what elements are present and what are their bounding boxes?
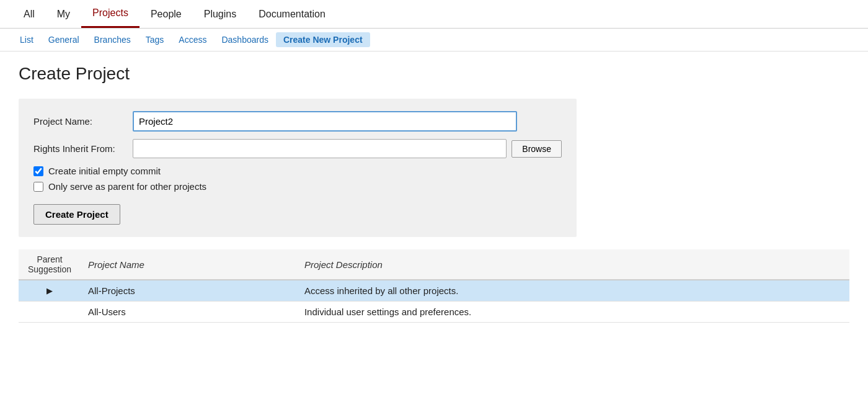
subnav-item-tags[interactable]: Tags: [138, 32, 172, 47]
checkbox-parent-only-label: Only serve as parent for other projects: [48, 181, 206, 192]
rights-inherit-row: Rights Inherit From: Browse: [33, 139, 562, 158]
project-name-cell: All-Projects: [81, 280, 297, 302]
parent-suggestion-cell: ▶: [19, 280, 81, 302]
subnav-item-general[interactable]: General: [41, 32, 87, 47]
table-row[interactable]: ▶All-ProjectsAccess inherited by all oth…: [19, 280, 849, 302]
checkbox-initial-commit-label: Create initial empty commit: [48, 166, 161, 176]
project-name-label: Project Name:: [33, 116, 133, 127]
nav-item-projects[interactable]: Projects: [81, 0, 140, 28]
rights-inherit-input[interactable]: [133, 139, 507, 158]
sub-nav: List General Branches Tags Access Dashbo…: [0, 29, 868, 52]
subnav-item-list[interactable]: List: [12, 32, 41, 47]
subnav-item-access[interactable]: Access: [171, 32, 214, 47]
subnav-item-create-new-project[interactable]: Create New Project: [276, 32, 370, 47]
checkbox-parent-only[interactable]: [33, 182, 43, 192]
project-name-row: Project Name:: [33, 111, 562, 132]
top-nav: All My Projects People Plugins Documenta…: [0, 0, 868, 29]
project-name-input[interactable]: [133, 111, 517, 132]
nav-item-people[interactable]: People: [140, 1, 193, 27]
create-project-form: Project Name: Rights Inherit From: Brows…: [19, 99, 577, 237]
col-header-project-description: Project Description: [297, 249, 849, 280]
subnav-item-dashboards[interactable]: Dashboards: [214, 32, 276, 47]
nav-item-documentation[interactable]: Documentation: [247, 1, 337, 27]
nav-item-my[interactable]: My: [46, 1, 81, 27]
nav-item-plugins[interactable]: Plugins: [193, 1, 247, 27]
main-content: Create Project Project Name: Rights Inhe…: [0, 52, 868, 335]
page-title: Create Project: [19, 64, 849, 84]
col-header-parent-suggestion: ParentSuggestion: [19, 249, 81, 280]
parent-suggestion-cell: [19, 302, 81, 323]
table-row[interactable]: All-UsersIndividual user settings and pr…: [19, 302, 849, 323]
project-description-cell: Access inherited by all other projects.: [297, 280, 849, 302]
checkbox-initial-commit-row: Create initial empty commit: [33, 166, 562, 176]
checkbox-initial-commit[interactable]: [33, 166, 43, 176]
projects-table: ParentSuggestion Project Name Project De…: [19, 249, 849, 323]
nav-item-all[interactable]: All: [12, 1, 46, 27]
project-description-cell: Individual user settings and preferences…: [297, 302, 849, 323]
col-header-project-name: Project Name: [81, 249, 297, 280]
project-name-cell: All-Users: [81, 302, 297, 323]
create-project-button[interactable]: Create Project: [33, 204, 120, 225]
rights-inherit-label: Rights Inherit From:: [33, 143, 133, 154]
browse-button[interactable]: Browse: [512, 140, 562, 158]
subnav-item-branches[interactable]: Branches: [87, 32, 138, 47]
checkbox-parent-only-row: Only serve as parent for other projects: [33, 181, 562, 192]
